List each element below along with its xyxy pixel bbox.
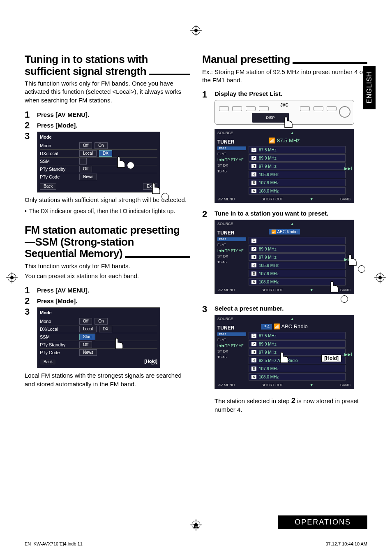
mode-row-name: Mono xyxy=(40,143,77,148)
preset-item[interactable]: 187.5 MHz xyxy=(249,332,346,339)
step-1: 1 Press [AV MENU]. xyxy=(25,110,190,119)
disp-button[interactable]: DISP xyxy=(252,113,289,123)
mode-option-button[interactable]: Off xyxy=(79,166,92,172)
shortcut-label[interactable]: SHORT CUT xyxy=(262,383,283,387)
preset-item[interactable]: 289.9 MHz xyxy=(249,154,346,162)
preset-item[interactable]: 187.5 MHz xyxy=(249,146,346,153)
mode-rows: MonoOffOnDX/LocalLocalDXSSMPTy StandbyOf… xyxy=(40,142,157,181)
step-1: 1 Display the Preset List. JVC xyxy=(202,90,367,203)
mode-row-name: PTy Code xyxy=(40,350,77,355)
shortcut-label[interactable]: SHORT CUT xyxy=(262,288,283,292)
preset-item[interactable]: 4105.9 MHz xyxy=(249,262,346,269)
next-arrow-icon[interactable]: ▶▶I xyxy=(344,166,352,171)
preset-item[interactable]: 289.9 MHz xyxy=(249,245,346,253)
face-button[interactable] xyxy=(246,106,256,111)
mode-option-button[interactable]: On xyxy=(95,318,107,325)
up-arrow-icon[interactable]: ▲ xyxy=(291,131,294,135)
face-button[interactable] xyxy=(314,106,323,111)
mode-option-button[interactable]: DX xyxy=(99,326,112,332)
back-button[interactable]: Back xyxy=(40,183,56,190)
left-column: Tuning in to stations with sufficient si… xyxy=(25,53,190,419)
bullet-dot-icon: • xyxy=(25,207,27,215)
preset-item[interactable]: 6108.0 MHz xyxy=(249,187,346,195)
band-label[interactable]: BAND xyxy=(340,197,350,201)
mode-row-name: PTy Code xyxy=(40,174,77,179)
callout-1-icon: 1 xyxy=(127,162,134,169)
mode-title: Mode xyxy=(40,135,157,139)
preset-frequency: 89.9 MHz xyxy=(259,156,277,160)
flat-label: FLAT xyxy=(217,338,246,342)
next-arrow-icon[interactable]: ▶▶I xyxy=(344,352,352,357)
mode-option-button[interactable]: Local xyxy=(79,150,97,157)
shortcut-label[interactable]: SHORT CUT xyxy=(262,197,283,201)
band-label[interactable]: BAND xyxy=(340,288,350,292)
preset-number: 3 xyxy=(251,255,256,259)
face-button[interactable] xyxy=(232,106,242,111)
step-number: 2 xyxy=(25,121,33,130)
source-label[interactable]: SOURCE xyxy=(217,317,233,321)
volume-knob[interactable] xyxy=(339,106,350,118)
mode-option-button[interactable] xyxy=(79,158,87,165)
source-label[interactable]: SOURCE xyxy=(217,222,233,226)
next-arrow-icon[interactable]: ▶▶I xyxy=(344,257,352,262)
mode-option-button[interactable]: Off xyxy=(79,341,92,348)
section-heading-manual: Manual presetting xyxy=(202,53,367,65)
mode-row-name: Mono xyxy=(40,319,77,324)
face-button[interactable] xyxy=(327,106,337,111)
mode-option-button[interactable]: Off xyxy=(79,318,92,325)
preset-number: 1 xyxy=(251,239,256,243)
source-label[interactable]: SOURCE xyxy=(217,131,233,135)
preset-item[interactable]: 5107.9 MHz xyxy=(249,179,346,186)
preset-number: 1 xyxy=(251,334,256,338)
preset-item[interactable]: 397.9 MHz xyxy=(249,253,346,261)
preset-item[interactable]: 397.9 MHz xyxy=(249,162,346,170)
mode-option-button[interactable]: News xyxy=(79,349,97,356)
flat-label: FLAT xyxy=(217,152,246,156)
preset-item[interactable]: 4105.9 MHz xyxy=(249,171,346,178)
preset-item[interactable]: 1 xyxy=(249,237,346,244)
back-button[interactable]: Back xyxy=(40,359,56,365)
band-indicator: FM 1 xyxy=(217,146,246,150)
face-button[interactable] xyxy=(300,106,310,111)
mode-row-name: DX/Local xyxy=(40,151,77,156)
preset-item[interactable]: 5107.9 MHz xyxy=(249,270,346,277)
up-arrow-icon[interactable]: ▲ xyxy=(291,222,294,226)
mode-option-button[interactable]: Local xyxy=(79,326,97,332)
down-arrow-icon[interactable]: ▼ xyxy=(310,383,314,387)
up-arrow-icon[interactable]: ▲ xyxy=(291,317,294,321)
preset-frequency: 87.5 MHz xyxy=(259,148,277,152)
preset-list: 1289.9 MHz397.9 MHz4105.9 MHz5107.9 MHz6… xyxy=(249,237,346,285)
section-heading-ssm: FM station automatic presetting —SSM (St… xyxy=(25,224,190,260)
down-arrow-icon[interactable]: ▼ xyxy=(310,197,314,201)
avmenu-label[interactable]: AV MENU xyxy=(218,288,235,292)
mode-row: PTy CodeNews xyxy=(40,348,157,356)
exit-button[interactable]: Exit xyxy=(143,183,157,190)
mode-row-name: PTy Standby xyxy=(40,342,77,347)
face-button[interactable] xyxy=(259,106,269,111)
mode-panel: Mode MonoOffOnDX/LocalLocalDXSSMStartPTy… xyxy=(37,307,160,368)
face-button[interactable] xyxy=(219,106,229,111)
band-label[interactable]: BAND xyxy=(340,383,350,387)
preset-item[interactable]: 6108.0 MHz xyxy=(249,373,346,381)
mode-option-button[interactable]: On xyxy=(95,142,107,149)
step-label: Press [AV MENU]. xyxy=(37,110,89,118)
mode-option-button[interactable]: News xyxy=(79,174,97,180)
tp-label: TP PTY AF xyxy=(225,343,244,348)
mode-row: DX/LocalLocalDX xyxy=(40,325,157,333)
preset-item[interactable]: 6108.0 MHz xyxy=(249,278,346,285)
body-text: This function works only for FM bands. O… xyxy=(25,79,190,104)
mode-option-button[interactable]: Start xyxy=(79,334,95,340)
station-name: 📶 ABC Radio xyxy=(269,229,300,234)
callout-1-icon: 1 xyxy=(341,295,348,303)
mode-option-button[interactable]: Off xyxy=(79,142,92,149)
mode-option-button[interactable]: DX xyxy=(99,150,112,157)
heading-rule xyxy=(149,74,190,75)
avmenu-label[interactable]: AV MENU xyxy=(218,197,235,201)
avmenu-label[interactable]: AV MENU xyxy=(218,383,235,387)
preset-item[interactable]: 5107.9 MHz xyxy=(249,365,346,372)
heading-line: Tuning in to stations with xyxy=(25,53,148,65)
stdx-label: ST DX xyxy=(217,349,246,353)
down-arrow-icon[interactable]: ▼ xyxy=(310,288,314,292)
preset-item[interactable]: 289.9 MHz xyxy=(249,340,346,348)
select-preset-panel: SOURCE ▲ TUNER FM 1 FLAT I◀◀ TP PTY AF S… xyxy=(214,315,354,389)
